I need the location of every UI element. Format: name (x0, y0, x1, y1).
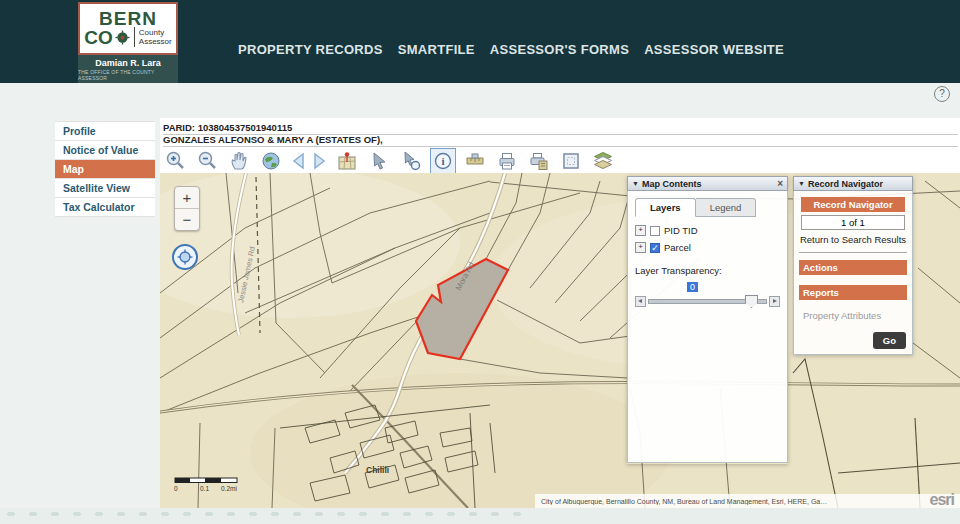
close-icon[interactable]: × (777, 178, 783, 189)
parcel-checkbox[interactable]: ✓ (650, 243, 660, 253)
go-button[interactable]: Go (873, 332, 906, 349)
scale-tick-01: 0.1 (200, 485, 209, 492)
page-footer (0, 508, 960, 524)
map-zoom-control: + − (174, 186, 200, 231)
transparency-label: Layer Transparency: (635, 265, 780, 276)
sidebar-item-satellite-view[interactable]: Satellite View (55, 179, 155, 198)
locate-parcel-icon[interactable] (334, 148, 360, 174)
layer-row-pid-tid: + PID TID (635, 225, 780, 236)
app-header: BERN CO County Assessor Dam (0, 0, 960, 83)
scale-tick-0: 0 (174, 485, 178, 492)
record-navigator-header[interactable]: ▼ Record Navigator (793, 176, 913, 191)
expand-icon[interactable]: + (635, 242, 646, 253)
map-contents-title: Map Contents (642, 179, 702, 189)
nav-property-records[interactable]: PROPERTY RECORDS (238, 42, 383, 57)
zoom-out-icon[interactable] (194, 148, 220, 174)
slider-track[interactable] (648, 299, 767, 304)
locate-me-button[interactable] (172, 244, 198, 270)
logo-line2: CO (84, 30, 113, 45)
logo-divider (134, 27, 135, 47)
sidebar-item-tax-calculator[interactable]: Tax Calculator (55, 198, 155, 217)
map-contents-body: Layers Legend + PID TID + ✓ Parcel Layer… (627, 191, 788, 463)
zoom-in-icon[interactable] (162, 148, 188, 174)
assessor-name-strip: Damian R. Lara THE OFFICE OF THE COUNTY … (78, 55, 178, 83)
slider-left-arrow-icon[interactable] (635, 296, 646, 307)
owner-text: GONZALES ALFONSO & MARY A (ESTATES OF), (163, 134, 958, 147)
map-toolbar: i (162, 148, 958, 173)
tab-legend[interactable]: Legend (696, 198, 757, 217)
sidebar-item-map[interactable]: Map (55, 160, 155, 179)
sidebar-item-profile[interactable]: Profile (55, 122, 155, 141)
bernco-assessor-app: BERN CO County Assessor Dam (0, 0, 960, 524)
map-contents-header[interactable]: ▼ Map Contents × (627, 176, 788, 191)
measure-icon[interactable] (462, 148, 488, 174)
record-navigator-banner: Record Navigator (801, 197, 905, 212)
collapse-triangle-icon[interactable]: ▼ (798, 180, 805, 187)
nav-assessors-forms[interactable]: ASSESSOR'S FORMS (490, 42, 629, 57)
main-nav: PROPERTY RECORDS SMARTFILE ASSESSOR'S FO… (238, 42, 784, 57)
select-pointer-icon[interactable] (366, 148, 392, 174)
record-navigator-body: Record Navigator 1 of 1 Return to Search… (793, 191, 913, 355)
record-position-field[interactable]: 1 of 1 (801, 215, 905, 230)
full-extent-globe-icon[interactable] (258, 148, 284, 174)
identify-icon[interactable]: i (430, 148, 456, 174)
deselect-pointer-icon[interactable] (398, 148, 424, 174)
scale-tick-02: 0.2mi (221, 485, 237, 492)
pid-tid-checkbox[interactable] (650, 226, 660, 236)
logo-assessor-label: Assessor (139, 37, 172, 46)
map-zoom-in-button[interactable]: + (175, 187, 199, 209)
footer-decorative-pattern (0, 508, 528, 524)
layer-label-pid-tid: PID TID (664, 225, 698, 236)
record-navigator-title: Record Navigator (808, 179, 883, 189)
actions-section-bar[interactable]: Actions (799, 260, 907, 275)
town-label-chilili: Chilili (366, 465, 389, 475)
attribution-bar: City of Albuquerque, Bernalillo County, … (535, 494, 960, 508)
property-attributes-link[interactable]: Property Attributes (799, 310, 907, 321)
assessor-name: Damian R. Lara (95, 58, 161, 68)
layers-icon[interactable] (590, 148, 616, 174)
help-icon[interactable]: ? (934, 86, 950, 102)
assessor-tagline: THE OFFICE OF THE COUNTY ASSESSOR (78, 69, 178, 81)
divider (799, 252, 907, 253)
print-icon[interactable] (494, 148, 520, 174)
map-contents-panel: ▼ Map Contents × Layers Legend + PID TID… (627, 176, 788, 464)
tab-layers[interactable]: Layers (635, 198, 696, 217)
map-zoom-out-button[interactable]: − (175, 209, 199, 230)
slider-right-arrow-icon[interactable] (769, 296, 780, 307)
previous-extent-icon[interactable] (290, 148, 306, 174)
layer-row-parcel: + ✓ Parcel (635, 242, 780, 253)
bernco-logo[interactable]: BERN CO County Assessor (78, 2, 178, 55)
transparency-value: 0 (687, 282, 698, 292)
nav-smartfile[interactable]: SMARTFILE (398, 42, 475, 57)
record-navigator-panel: ▼ Record Navigator Record Navigator 1 of… (793, 176, 913, 355)
full-screen-icon[interactable] (558, 148, 584, 174)
collapse-triangle-icon[interactable]: ▼ (632, 180, 639, 187)
nav-assessor-website[interactable]: ASSESSOR WEBSITE (644, 42, 784, 57)
sidebar: Profile Notice of Value Map Satellite Vi… (55, 121, 155, 217)
expand-icon[interactable]: + (635, 225, 646, 236)
layer-label-parcel: Parcel (664, 242, 691, 253)
slider-thumb[interactable] (745, 295, 758, 308)
return-to-search-results-link[interactable]: Return to Search Results (799, 234, 907, 245)
map-contents-tabs: Layers Legend (635, 198, 780, 217)
attribution-text: City of Albuquerque, Bernalillo County, … (535, 498, 960, 505)
logo-line1: BERN (99, 10, 157, 27)
transparency-slider (635, 296, 780, 307)
svg-text:i: i (441, 155, 444, 167)
sidebar-item-notice-of-value[interactable]: Notice of Value (55, 141, 155, 160)
pan-hand-icon[interactable] (226, 148, 252, 174)
reports-section-bar[interactable]: Reports (799, 285, 907, 300)
logo-county-label: County (139, 28, 172, 37)
esri-logo: esri (930, 491, 954, 508)
next-extent-icon[interactable] (312, 148, 328, 174)
zia-sun-icon (115, 30, 130, 45)
export-map-icon[interactable] (526, 148, 552, 174)
